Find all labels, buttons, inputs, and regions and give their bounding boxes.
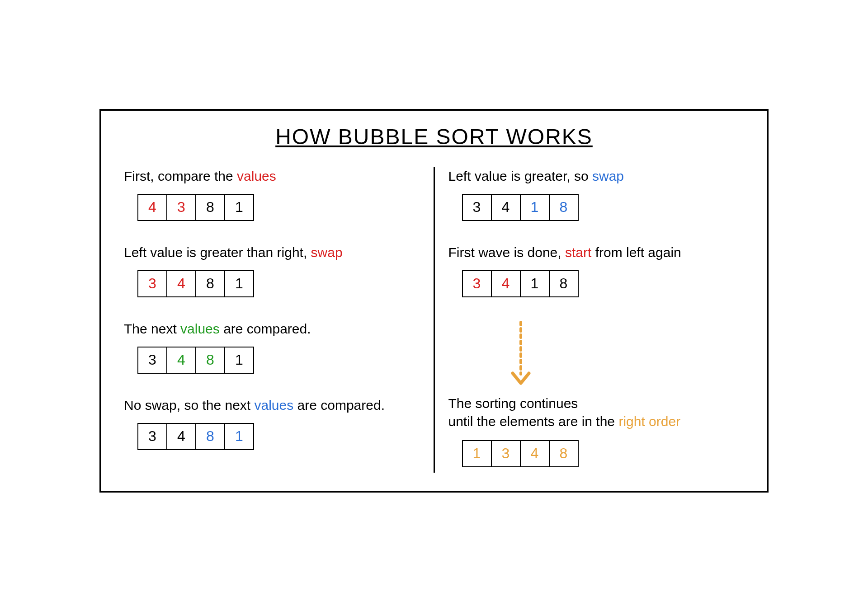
text-span: First, compare the — [124, 169, 237, 183]
array-cell: 4 — [491, 270, 521, 297]
left-column: First, compare the values4381Left value … — [124, 167, 434, 473]
step-text: Left value is greater than right, swap — [124, 244, 420, 261]
array-cell: 4 — [166, 423, 196, 450]
text-span: right order — [618, 414, 680, 429]
text-span: are compared. — [293, 398, 385, 413]
array-cell: 4 — [137, 194, 167, 221]
text-span: No swap, so the next — [124, 398, 255, 413]
step: Left value is greater than right, swap34… — [124, 244, 420, 297]
text-span: start — [565, 245, 591, 260]
page-title: HOW BUBBLE SORT WORKS — [124, 124, 744, 149]
array-cell: 1 — [224, 194, 254, 221]
step: No swap, so the next values are compared… — [124, 396, 420, 450]
text-span: values — [180, 321, 220, 336]
text-span: swap — [311, 245, 343, 260]
array-cell: 3 — [137, 423, 167, 450]
step: First wave is done, start from left agai… — [448, 244, 745, 297]
text-span: Left value is greater, so — [448, 169, 593, 183]
text-span: until the elements are in the — [448, 414, 619, 429]
text-span: The next — [124, 321, 180, 336]
array-cell: 1 — [224, 347, 254, 374]
array-cell: 3 — [491, 440, 521, 467]
array-cell: 4 — [166, 347, 196, 374]
array-cell: 4 — [491, 194, 521, 221]
step-text: Left value is greater, so swap — [448, 167, 745, 185]
array-cell: 8 — [549, 440, 579, 467]
text-span: values — [237, 169, 276, 183]
text-span: swap — [592, 169, 624, 183]
array-cell: 3 — [462, 194, 492, 221]
array-cell: 8 — [549, 270, 579, 297]
final-text: The sorting continuesuntil the elements … — [448, 394, 745, 431]
array-cell: 8 — [195, 347, 225, 374]
array-row: 1348 — [462, 440, 745, 467]
array-row: 3481 — [137, 270, 420, 297]
array-row: 3481 — [137, 423, 420, 450]
array-cell: 3 — [137, 347, 167, 374]
step: First, compare the values4381 — [124, 167, 420, 221]
array-cell: 3 — [462, 270, 492, 297]
columns: First, compare the values4381Left value … — [124, 167, 744, 473]
array-row: 3418 — [462, 270, 745, 297]
text-span: First wave is done, — [448, 245, 565, 260]
array-cell: 1 — [224, 423, 254, 450]
array-row: 3418 — [462, 194, 745, 221]
array-cell: 1 — [520, 270, 550, 297]
array-cell: 1 — [462, 440, 492, 467]
array-row: 4381 — [137, 194, 420, 221]
text-span: The sorting continues — [448, 396, 578, 411]
array-cell: 4 — [520, 440, 550, 467]
array-cell: 3 — [166, 194, 196, 221]
array-cell: 1 — [520, 194, 550, 221]
down-arrow-icon — [507, 320, 745, 388]
text-span: Left value is greater than right, — [124, 245, 311, 260]
text-span: from left again — [591, 245, 681, 260]
diagram-frame: HOW BUBBLE SORT WORKS First, compare the… — [99, 109, 769, 493]
array-row: 3481 — [137, 347, 420, 374]
step-text: No swap, so the next values are compared… — [124, 396, 420, 414]
array-cell: 4 — [166, 270, 196, 297]
step: The next values are compared.3481 — [124, 320, 420, 374]
text-span: are compared. — [220, 321, 311, 336]
step-text: The next values are compared. — [124, 320, 420, 338]
array-cell: 8 — [195, 423, 225, 450]
text-span: values — [255, 398, 294, 413]
array-cell: 1 — [224, 270, 254, 297]
step-text: First wave is done, start from left agai… — [448, 244, 745, 261]
array-cell: 8 — [195, 270, 225, 297]
array-cell: 8 — [549, 194, 579, 221]
right-column: Left value is greater, so swap3418First … — [435, 167, 745, 473]
array-cell: 3 — [137, 270, 167, 297]
array-cell: 8 — [195, 194, 225, 221]
final-array: 1348 — [448, 440, 745, 467]
step: Left value is greater, so swap3418 — [448, 167, 745, 221]
step-text: First, compare the values — [124, 167, 420, 185]
